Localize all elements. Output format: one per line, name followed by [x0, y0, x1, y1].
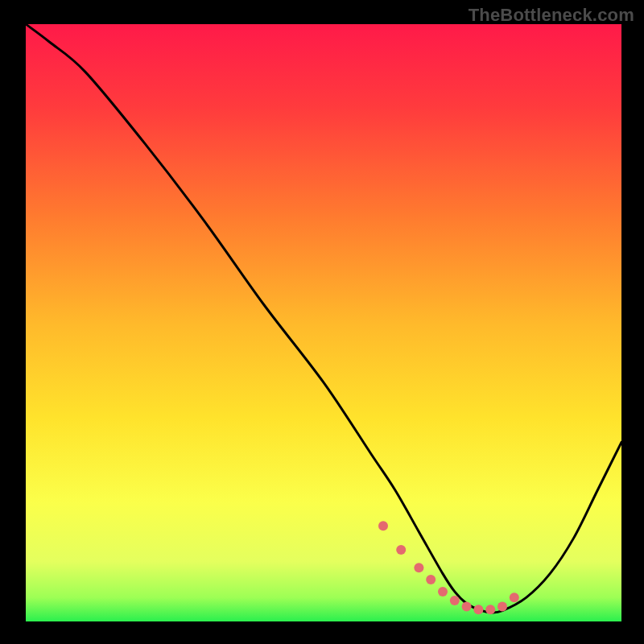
trough-dot: [462, 601, 472, 611]
trough-dot: [426, 575, 436, 584]
trough-dot: [378, 521, 388, 530]
trough-dot: [510, 592, 519, 602]
trough-dot: [485, 605, 495, 614]
trough-dot: [450, 596, 460, 605]
bottleneck-curve: [26, 24, 621, 613]
trough-dot: [473, 605, 483, 614]
plot-area: [26, 24, 621, 621]
trough-dot: [414, 563, 423, 572]
trough-dot: [497, 601, 507, 611]
chart-svg: [26, 24, 621, 621]
watermark-text: TheBottleneck.com: [469, 5, 634, 26]
chart-frame: TheBottleneck.com: [0, 0, 644, 644]
trough-dot: [438, 587, 448, 597]
trough-dot: [396, 545, 406, 555]
